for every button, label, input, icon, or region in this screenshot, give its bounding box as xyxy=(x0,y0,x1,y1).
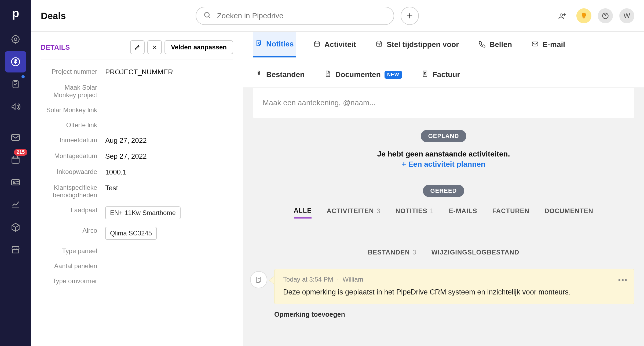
nav-projects[interactable] xyxy=(5,74,26,95)
detail-label: Project nummer xyxy=(41,68,97,76)
detail-label: Airco xyxy=(41,227,97,240)
detail-row: Maak Solar Monkey project xyxy=(41,80,233,103)
detail-row: InmeetdatumAug 27, 2022 xyxy=(41,133,233,148)
nav-insights[interactable] xyxy=(5,194,26,216)
note-timeline-icon xyxy=(250,271,267,288)
search-container xyxy=(196,7,394,25)
filter-count: 3 xyxy=(412,249,416,256)
nav-marketplace[interactable] xyxy=(5,239,26,261)
detail-label: Inmeetdatum xyxy=(41,136,97,145)
lightbulb-icon xyxy=(580,12,588,20)
calendar-icon xyxy=(10,154,21,165)
filter-tabs: ALLEACTIVITEITEN3NOTITIES1E-MAILSFACTURE… xyxy=(243,197,644,269)
detail-row: Offerte link xyxy=(41,118,233,133)
nav-deals[interactable] xyxy=(5,51,26,72)
new-badge: NEW xyxy=(385,71,402,79)
factuur-icon xyxy=(421,70,429,79)
detail-row: AircoQlima SC3245 xyxy=(41,223,233,243)
tab-e-mail[interactable]: E-mail xyxy=(529,32,567,57)
detail-row: Project nummerPROJECT_NUMMER xyxy=(41,64,233,80)
tab-documenten[interactable]: DocumentenNEW xyxy=(322,62,404,88)
note-menu-button[interactable]: ••• xyxy=(618,276,628,284)
filter-activiteiten[interactable]: ACTIVITEITEN3 xyxy=(327,207,380,218)
detail-label: Offerte link xyxy=(41,121,97,129)
tab-label: E-mail xyxy=(543,40,565,49)
logo: p xyxy=(12,6,19,20)
nav-mail[interactable] xyxy=(5,126,26,148)
nav-campaigns[interactable] xyxy=(5,96,26,118)
done-pill: GEREED xyxy=(423,185,464,197)
tab-label: Bellen xyxy=(489,40,512,49)
details-panel: DETAILS Velden aanpassen Project nummerP… xyxy=(31,32,243,346)
sidebar-divider xyxy=(8,122,24,122)
filter-alle[interactable]: ALLE xyxy=(294,207,312,218)
edit-button[interactable] xyxy=(130,40,145,54)
tabs-row-1: NotitiesActiviteitStel tijdstippen voorB… xyxy=(243,32,644,88)
detail-chip: Qlima SC3245 xyxy=(105,227,157,240)
filter-wijzigingslogbestand[interactable]: WIJZIGINGSLOGBESTAND xyxy=(431,249,519,259)
detail-chip: EN+ 11Kw Smarthome xyxy=(105,206,181,219)
header: Deals W xyxy=(31,0,644,32)
page-title: Deals xyxy=(41,10,66,21)
tab-label: Documenten xyxy=(335,70,381,79)
detail-label: Type omvormer xyxy=(41,277,97,285)
svg-point-8 xyxy=(204,12,209,17)
close-button[interactable] xyxy=(147,40,162,54)
detail-value: 1000.1 xyxy=(105,168,127,176)
filter-notities[interactable]: NOTITIES1 xyxy=(396,207,434,218)
tab-notities[interactable]: Notities xyxy=(253,32,296,57)
tab-label: Bestanden xyxy=(266,70,305,79)
user-avatar[interactable]: W xyxy=(619,8,634,23)
filter-label: BESTANDEN xyxy=(368,249,410,256)
id-card-icon xyxy=(10,177,21,188)
pencil-icon xyxy=(134,44,141,50)
filter-count: 1 xyxy=(430,207,434,215)
close-icon xyxy=(151,44,158,50)
tab-bestanden[interactable]: Bestanden xyxy=(253,62,307,88)
tips-button[interactable] xyxy=(576,8,591,23)
add-comment-button[interactable]: Opmerking toevoegen xyxy=(274,311,644,318)
detail-row: Klantspecifieke benodigdhedenTest xyxy=(41,180,233,203)
note-body: Deze opmerking is geplaatst in het PipeD… xyxy=(283,287,625,297)
notities-icon xyxy=(255,39,262,49)
nav-activities[interactable]: 215 xyxy=(5,149,26,170)
tab-bellen[interactable]: Bellen xyxy=(476,32,514,57)
add-button[interactable] xyxy=(401,7,419,25)
filter-label: NOTITIES xyxy=(396,207,427,215)
activities-badge: 215 xyxy=(14,149,27,156)
tab-stel-tijdstippen-voor[interactable]: Stel tijdstippen voor xyxy=(373,32,461,57)
detail-label: Klantspecifieke benodigdheden xyxy=(41,184,97,199)
filter-facturen[interactable]: FACTUREN xyxy=(492,207,530,218)
clipboard-check-icon xyxy=(10,79,21,90)
note-time: Today at 3:54 PM xyxy=(283,276,333,283)
nav-leads[interactable] xyxy=(5,28,26,50)
svg-point-0 xyxy=(12,36,19,43)
detail-label: Inkoopwaarde xyxy=(41,168,97,176)
customize-fields-button[interactable]: Velden aanpassen xyxy=(164,40,233,54)
plan-activity-link[interactable]: + Een activiteit plannen xyxy=(402,160,485,169)
details-title: DETAILS xyxy=(41,43,70,51)
invite-button[interactable] xyxy=(555,8,570,23)
detail-value: EN+ 11Kw Smarthome xyxy=(105,206,181,219)
filter-bestanden[interactable]: BESTANDEN3 xyxy=(368,249,416,259)
activity-panel: NotitiesActiviteitStel tijdstippen voorB… xyxy=(243,32,644,346)
filter-documenten[interactable]: DOCUMENTEN xyxy=(544,207,593,218)
svg-rect-5 xyxy=(12,157,19,163)
note-input[interactable]: Maak een aantekening, @naam... xyxy=(253,88,634,118)
megaphone-icon xyxy=(10,101,21,112)
search-input[interactable] xyxy=(196,7,394,25)
filter-label: DOCUMENTEN xyxy=(544,207,593,215)
planned-pill: GEPLAND xyxy=(421,130,467,142)
search-icon xyxy=(203,11,212,21)
filter-e-mails[interactable]: E-MAILS xyxy=(449,207,477,218)
tab-activiteit[interactable]: Activiteit xyxy=(311,32,358,57)
bellen-icon xyxy=(478,40,486,49)
empty-activities-text: Je hebt geen aanstaande activiteiten. xyxy=(243,150,644,158)
people-plus-icon xyxy=(558,11,567,21)
help-button[interactable] xyxy=(598,8,613,23)
nav-products[interactable] xyxy=(5,217,26,238)
nav-contacts[interactable] xyxy=(5,172,26,193)
tab-label: Activiteit xyxy=(324,40,356,49)
tab-factuur[interactable]: Factuur xyxy=(419,62,462,88)
tab-label: Factuur xyxy=(433,70,460,79)
